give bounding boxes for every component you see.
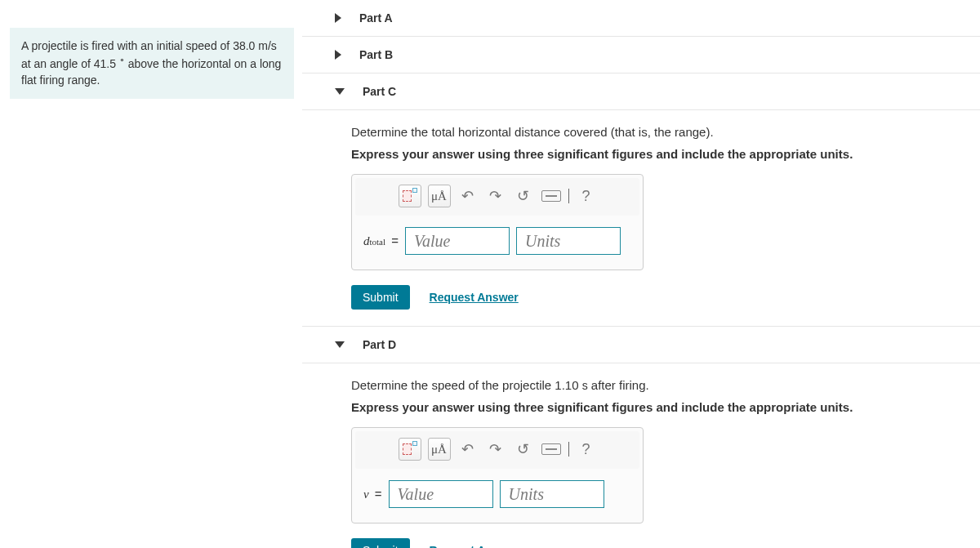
variable-label-c: dtotal = xyxy=(363,234,399,248)
sidebar: A projectile is fired with an initial sp… xyxy=(0,0,302,107)
part-a-title: Part A xyxy=(359,11,393,25)
answer-row-d: v = Value Units xyxy=(355,469,639,519)
part-c-title: Part C xyxy=(363,85,396,98)
keyboard-icon[interactable] xyxy=(541,438,562,461)
help-icon[interactable]: ? xyxy=(576,185,597,207)
variable-label-d: v = xyxy=(363,487,382,501)
units-input-d[interactable]: Units xyxy=(500,480,604,508)
part-d-question: Determine the speed of the projectile 1.… xyxy=(351,378,956,392)
submit-row-c: Submit Request Answer xyxy=(351,285,956,310)
undo-icon[interactable]: ↶ xyxy=(457,438,479,461)
part-d-title: Part D xyxy=(363,338,396,351)
part-c-body: Determine the total horizontal distance … xyxy=(302,109,980,326)
toolbar-d: μÅ ↶ ↷ ↺ ? xyxy=(355,431,639,469)
redo-icon[interactable]: ↷ xyxy=(485,438,506,461)
value-input-d[interactable]: Value xyxy=(389,480,493,508)
main-content: Part A Part B Part C Determine the total… xyxy=(302,0,980,548)
separator xyxy=(568,189,569,203)
part-a-header[interactable]: Part A xyxy=(302,0,980,36)
part-d-body: Determine the speed of the projectile 1.… xyxy=(302,363,980,548)
chevron-down-icon xyxy=(335,88,345,95)
answer-panel-d: μÅ ↶ ↷ ↺ ? v = Value Units xyxy=(351,427,644,523)
problem-units: m/s xyxy=(258,39,277,52)
chevron-right-icon xyxy=(335,13,341,23)
part-c-question: Determine the total horizontal distance … xyxy=(351,125,956,139)
keyboard-icon[interactable] xyxy=(541,185,562,207)
special-chars-button[interactable]: μÅ xyxy=(428,438,451,461)
request-answer-link-d[interactable]: Request Answer xyxy=(430,544,519,548)
redo-icon[interactable]: ↷ xyxy=(485,185,506,207)
submit-button-d[interactable]: Submit xyxy=(351,538,410,548)
reset-icon[interactable]: ↺ xyxy=(513,185,534,207)
template-icon[interactable] xyxy=(399,185,421,207)
reset-icon[interactable]: ↺ xyxy=(513,438,534,461)
help-icon[interactable]: ? xyxy=(576,438,597,461)
part-d-header[interactable]: Part D xyxy=(302,326,980,363)
part-d-instruction: Express your answer using three signific… xyxy=(351,400,956,414)
degree-symbol: ∘ xyxy=(119,55,125,65)
part-c-instruction: Express your answer using three signific… xyxy=(351,147,956,161)
value-input-c[interactable]: Value xyxy=(405,227,510,255)
problem-text: at an angle of 41.5 xyxy=(21,57,119,70)
units-input-c[interactable]: Units xyxy=(516,227,621,255)
request-answer-link-c[interactable]: Request Answer xyxy=(430,291,519,304)
separator xyxy=(568,442,569,457)
answer-panel-c: μÅ ↶ ↷ ↺ ? dtotal = Value Units xyxy=(351,174,644,270)
chevron-right-icon xyxy=(335,50,341,60)
page-layout: A projectile is fired with an initial sp… xyxy=(0,0,980,548)
part-b-title: Part B xyxy=(359,48,393,61)
template-icon[interactable] xyxy=(399,438,421,461)
part-b-header[interactable]: Part B xyxy=(302,36,980,73)
part-c-header[interactable]: Part C xyxy=(302,73,980,109)
undo-icon[interactable]: ↶ xyxy=(457,185,479,207)
submit-row-d: Submit Request Answer xyxy=(351,538,956,548)
problem-statement: A projectile is fired with an initial sp… xyxy=(10,28,294,99)
special-chars-button[interactable]: μÅ xyxy=(428,185,451,207)
problem-text: A projectile is fired with an initial sp… xyxy=(21,39,258,52)
toolbar-c: μÅ ↶ ↷ ↺ ? xyxy=(355,178,639,216)
submit-button-c[interactable]: Submit xyxy=(351,285,410,310)
answer-row-c: dtotal = Value Units xyxy=(355,216,639,266)
chevron-down-icon xyxy=(335,341,345,348)
